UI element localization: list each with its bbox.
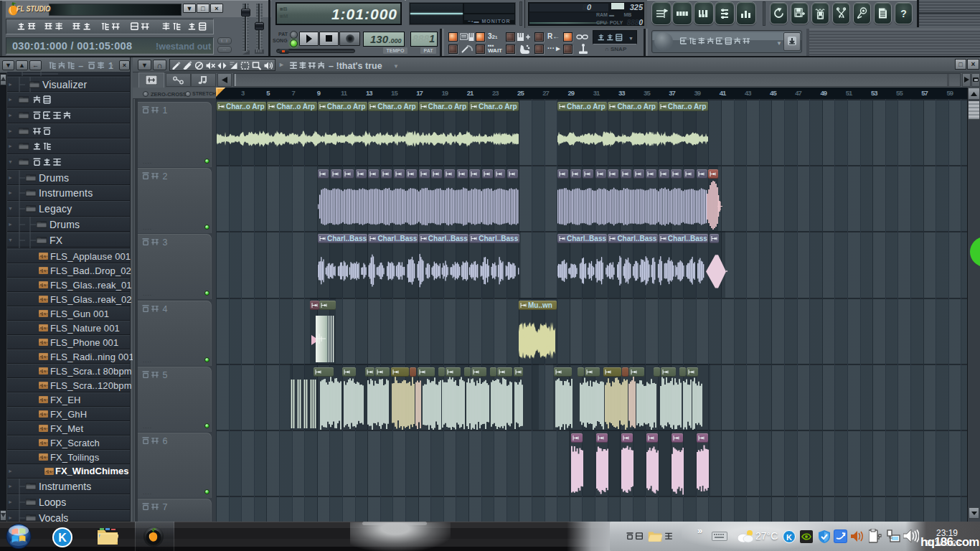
svg-text:–: – <box>76 61 86 71</box>
svg-text:K: K <box>58 532 67 544</box>
svg-text:5: 5 <box>160 370 167 380</box>
svg-text:3: 3 <box>160 237 167 248</box>
svg-text:?: ? <box>900 8 907 19</box>
svg-text:7: 7 <box>160 502 167 512</box>
svg-text:6: 6 <box>160 436 167 446</box>
svg-text:– !that's true: – !that's true <box>326 61 382 71</box>
svg-text:K: K <box>786 533 792 542</box>
svg-text:1: 1 <box>160 105 167 116</box>
svg-text:4: 4 <box>160 304 167 314</box>
svg-text:2: 2 <box>160 171 167 182</box>
